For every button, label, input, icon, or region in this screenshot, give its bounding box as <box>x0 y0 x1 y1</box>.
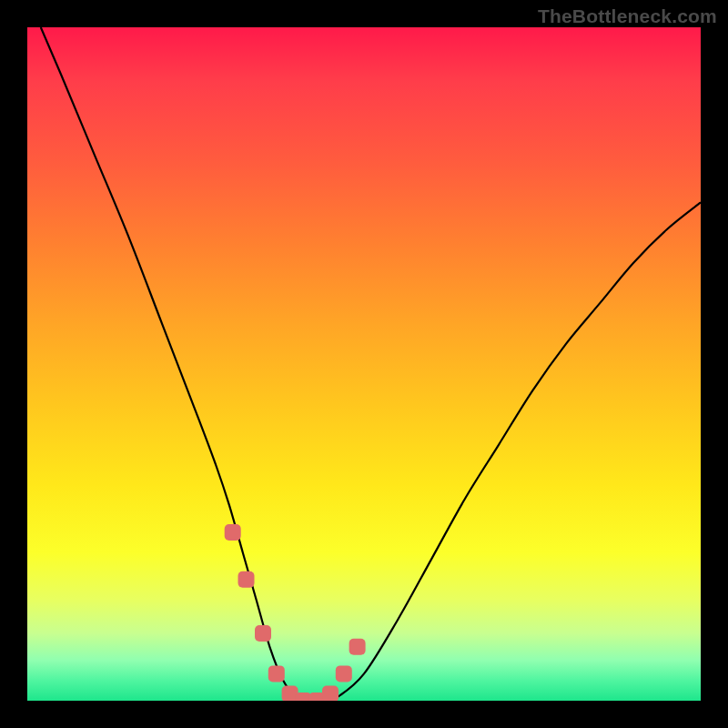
highlight-dot <box>238 571 255 588</box>
chart-svg <box>27 27 701 701</box>
curve-path <box>41 27 701 701</box>
highlight-dots <box>225 524 366 701</box>
highlight-dot <box>336 665 352 682</box>
highlight-dot <box>225 524 241 541</box>
highlight-dot <box>255 625 271 642</box>
curve-line <box>41 27 701 701</box>
highlight-dot <box>349 639 366 655</box>
watermark-text: TheBottleneck.com <box>538 5 717 27</box>
chart-plot-area <box>27 27 701 701</box>
highlight-dot <box>268 665 285 682</box>
highlight-dot <box>322 686 339 701</box>
